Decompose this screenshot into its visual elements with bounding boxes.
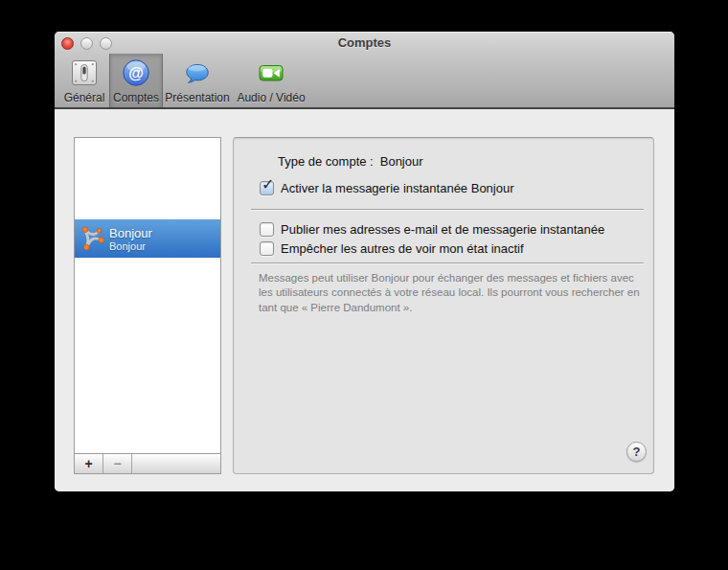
checkbox-publish-addresses[interactable]: Publier mes adresses e-mail et de messag…: [260, 222, 604, 237]
checkbox-label: Empêcher les autres de voir mon état ina…: [281, 241, 524, 256]
checkbox-box[interactable]: [260, 181, 274, 195]
checkbox-label: Activer la messagerie instantanée Bonjou…: [281, 181, 514, 195]
account-row-bonjour[interactable]: Bonjour Bonjour: [75, 219, 220, 258]
toolbar-item-general[interactable]: Général: [59, 54, 109, 107]
preferences-window: Comptes: [55, 32, 674, 491]
toolbar-label-comptes: Comptes: [113, 92, 159, 104]
checkbox-box[interactable]: [260, 222, 274, 237]
toolbar-item-presentation[interactable]: Présentation: [163, 54, 232, 107]
account-type: Bonjour: [109, 240, 152, 252]
add-account-button[interactable]: +: [75, 454, 103, 473]
account-type-row: Type de compte :Bonjour: [278, 154, 423, 169]
checkbox-label: Publier mes adresses e-mail et de messag…: [281, 222, 604, 237]
toolbar-label-audio-video: Audio / Vidéo: [237, 92, 305, 104]
remove-account-button[interactable]: −: [103, 454, 132, 473]
list-bottom-bar: + −: [75, 453, 220, 473]
switch-icon: [70, 58, 99, 91]
toolbar: Général @ Comptes: [59, 54, 310, 107]
bonjour-icon: [79, 224, 104, 254]
checkbox-box[interactable]: [260, 241, 274, 256]
question-mark: ?: [633, 445, 641, 459]
accounts-list[interactable]: Bonjour Bonjour + −: [74, 137, 221, 474]
checkbox-enable-bonjour[interactable]: Activer la messagerie instantanée Bonjou…: [260, 181, 514, 195]
help-text: Messages peut utiliser Bonjour pour écha…: [259, 271, 644, 315]
account-type-label: Type de compte :: [278, 154, 374, 169]
help-button[interactable]: ?: [626, 442, 647, 462]
window-content: Bonjour Bonjour + − Type de compte :Bonj…: [55, 109, 674, 491]
separator: [251, 209, 644, 210]
at-icon: @: [122, 58, 150, 91]
speech-bubble-icon: [183, 58, 212, 91]
window-title: Comptes: [55, 32, 674, 53]
toolbar-item-comptes[interactable]: @ Comptes: [109, 54, 163, 107]
account-settings-panel: Type de compte :Bonjour Activer la messa…: [233, 137, 654, 474]
account-type-value: Bonjour: [380, 154, 423, 169]
svg-text:@: @: [128, 65, 144, 81]
toolbar-item-audio-video[interactable]: Audio / Vidéo: [232, 54, 310, 107]
window-header: Comptes: [55, 32, 674, 109]
toolbar-label-general: Général: [64, 92, 105, 104]
account-name: Bonjour: [109, 226, 152, 240]
separator: [251, 262, 644, 263]
toolbar-label-presentation: Présentation: [165, 92, 229, 104]
video-camera-icon: [257, 58, 285, 91]
checkbox-hide-idle-status[interactable]: Empêcher les autres de voir mon état ina…: [260, 241, 524, 256]
